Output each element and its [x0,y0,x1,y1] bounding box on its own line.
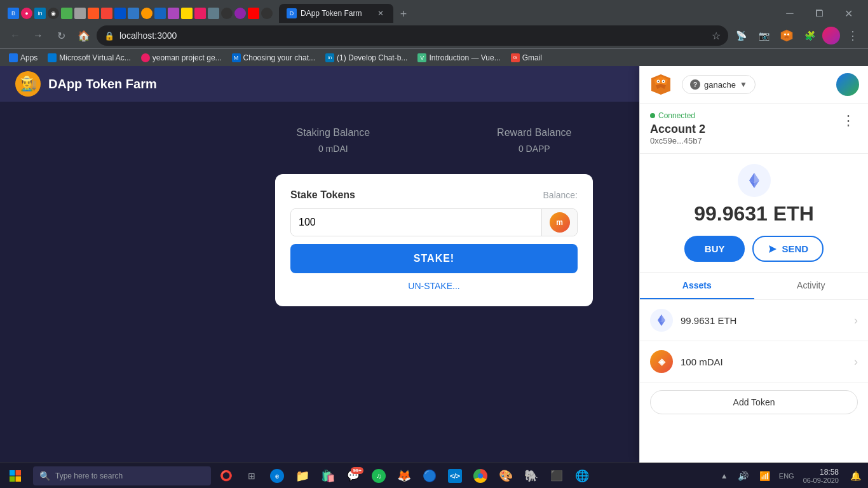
bookmark-microsoft[interactable]: Microsoft Virtual Ac... [44,52,134,64]
stake-card-header: Stake Tokens Balance: [290,189,578,201]
menu-button[interactable]: ⋮ [843,25,863,46]
taskbar-explorer-icon[interactable]: 📁 [290,463,315,489]
screenshot-button[interactable]: 📷 [754,25,774,46]
favicon-circle[interactable] [141,8,153,19]
address-bar[interactable]: 🔒 localhost:3000 ☆ [97,25,728,46]
bookmark-vue[interactable]: V Introduction — Vue... [414,52,504,64]
cast-button[interactable]: 📡 [731,25,751,46]
taskbar-vscode-icon[interactable]: </> [442,463,468,489]
mdai-icon-text: ◈ [658,356,665,367]
bookmark-develop[interactable]: in (1) Develop Chat-b... [322,52,411,64]
windows-icon [9,470,22,482]
taskbar-ie-icon[interactable]: 🌐 [569,463,595,489]
profile-icon[interactable] [822,27,840,44]
mm-account-info: Connected Account 2 0xc59e...45b7 [650,111,831,146]
eth-asset-item[interactable]: 99.9631 ETH › [640,300,868,341]
tray-volume[interactable]: 📶 [755,463,775,489]
favicon-mk[interactable] [88,8,99,19]
close-button[interactable]: ✕ [834,4,863,23]
back-button[interactable]: ← [5,25,25,46]
favicon-gh3[interactable] [261,8,273,19]
active-tab[interactable]: D DApp Token Farm ✕ [279,4,393,23]
mdai-asset-item[interactable]: ◈ 100 mDAI › [640,341,868,383]
browser-window: B ● in ◉ D DApp Token Farm ✕ [0,0,868,488]
tray-expand[interactable]: ▲ [717,463,732,489]
taskbar-search[interactable]: 🔍 Type here to search [33,466,211,485]
taskbar-task-view[interactable]: ⊞ [239,463,264,489]
favicon-li[interactable]: in [34,8,46,19]
tab-activity[interactable]: Activity [754,273,869,299]
taskbar-firefox-icon[interactable]: 🦊 [391,463,417,489]
staking-label: Staking Balance [296,127,370,139]
taskbar-spotify-icon[interactable]: ♫ [366,463,391,489]
favicon-bc[interactable]: B [8,8,19,19]
taskbar-pgadmin-icon[interactable]: 🐘 [519,463,544,489]
stake-input-row: m [290,208,578,236]
taskbar-edge-icon[interactable]: e [264,463,290,489]
bookmark-apps[interactable]: Apps [5,52,41,64]
buy-button[interactable]: BUY [684,236,745,262]
favicon-gh[interactable]: ◉ [48,8,59,19]
tab-assets[interactable]: Assets [640,273,754,299]
metamask-popup: ? ganache ▼ Connected Account 2 [639,66,868,463]
favicon-gh2[interactable] [221,8,233,19]
mm-avatar[interactable] [836,73,859,96]
home-button[interactable]: 🏠 [74,25,94,46]
add-token-button[interactable]: Add Token [650,390,858,414]
account-name: Account 2 [650,123,831,136]
bookmark-gmail[interactable]: G Gmail [507,52,546,64]
taskbar-badge-icon[interactable]: 💬 99+ [341,463,366,489]
chat-label: Choosing your chat... [243,53,315,62]
tray-network[interactable]: 🔊 [733,463,754,489]
favicon-wr[interactable] [208,8,219,19]
extensions-button[interactable]: 🧩 [799,25,820,46]
mm-more-button[interactable]: ⋮ [839,111,858,130]
favicon-2[interactable]: ● [21,8,32,19]
bookmark-chat[interactable]: M Choosing your chat... [228,52,319,64]
reward-label: Reward Balance [497,127,571,139]
favicon-a2[interactable] [168,8,179,19]
reload-button[interactable]: ↻ [51,25,71,46]
unstake-link[interactable]: UN-STAKE... [290,281,578,291]
favicon-yt[interactable] [248,8,259,19]
minimize-button[interactable]: ─ [775,4,804,23]
taskbar-cortana[interactable]: ⭕ [214,463,239,489]
favicon-a[interactable] [101,8,112,19]
help-icon: ? [690,79,700,90]
forward-button[interactable]: → [28,25,48,46]
favicon-lightning[interactable] [181,8,193,19]
tab-close-icon[interactable]: ✕ [376,8,386,18]
mdai-asset-name: 100 mDAI [681,356,846,367]
eth-asset-icon [650,309,673,332]
taskbar-store-icon[interactable]: 🛍️ [315,463,341,489]
bookmark-star-icon[interactable]: ☆ [712,30,721,42]
network-selector[interactable]: ? ganache ▼ [682,75,756,94]
maximize-button[interactable]: ⧠ [804,4,834,23]
stake-button[interactable]: STAKE! [290,244,578,273]
start-button[interactable] [0,463,31,489]
favicon-s[interactable] [61,8,72,19]
favicon-moon[interactable] [234,8,246,19]
tray-battery[interactable]: ENG [776,463,797,489]
mm-balance-section: 99.9631 ETH BUY SEND [640,154,868,273]
favicon-l2[interactable] [194,8,206,19]
new-tab-button[interactable]: + [395,5,412,23]
metamask-extension-icon[interactable] [776,25,797,46]
stake-input[interactable] [291,209,541,236]
send-button[interactable]: SEND [752,236,824,262]
favicon-ts[interactable] [128,8,139,19]
taskbar-clock[interactable]: 18:58 06-09-2020 [798,468,844,484]
taskbar-chrome-icon[interactable] [468,463,493,489]
lock-icon: 🔒 [104,31,114,41]
gmail-favicon: G [511,53,520,62]
taskbar-terminal-icon[interactable]: ⬛ [544,463,569,489]
favicon-m[interactable] [74,8,86,19]
bookmark-yeoman[interactable]: yeoman project ge... [137,52,226,64]
taskbar-vpn-icon[interactable]: 🔵 [417,463,442,489]
favicon-f[interactable] [154,8,166,19]
favicon-trello[interactable] [114,8,126,19]
network-label: ganache [704,80,736,90]
taskbar-figma-icon[interactable]: 🎨 [493,463,519,489]
staking-value: 0 mDAI [318,144,348,154]
notification-button[interactable]: 🔔 [845,463,865,489]
